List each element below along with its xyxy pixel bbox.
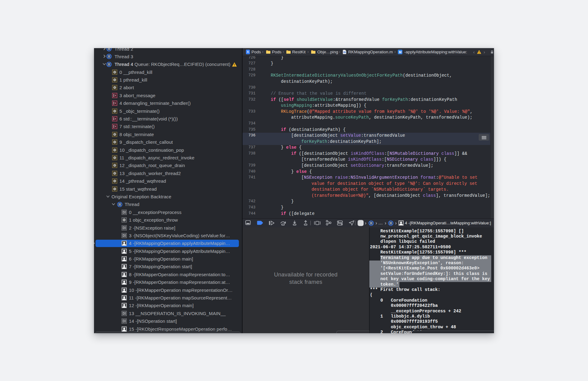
svg-text:m: m	[343, 51, 346, 54]
svg-text:M: M	[399, 50, 401, 54]
